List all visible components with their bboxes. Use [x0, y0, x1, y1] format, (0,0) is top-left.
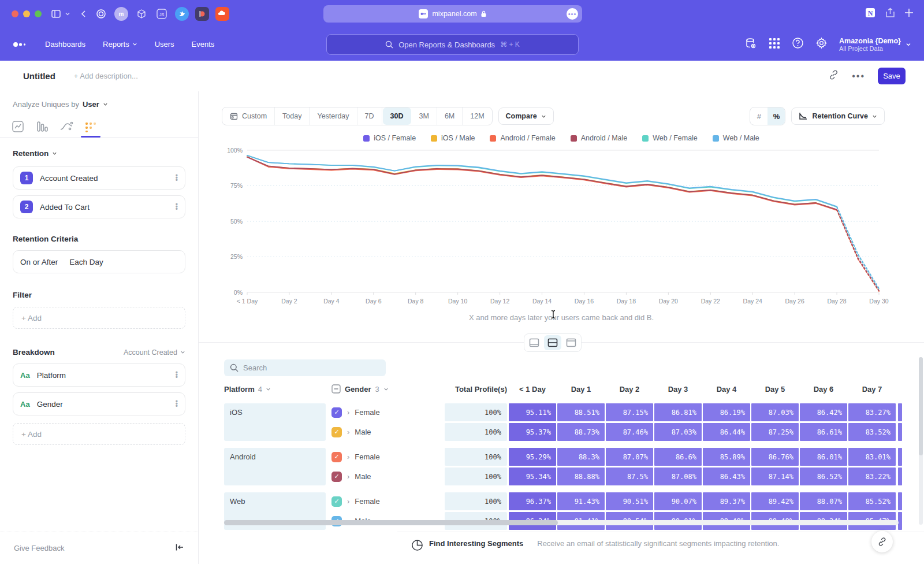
kebab-menu-icon[interactable]: ••• — [176, 400, 178, 407]
close-window-button[interactable] — [12, 10, 18, 17]
retention-value-cell[interactable]: 86.52% — [800, 467, 847, 485]
share-icon[interactable] — [885, 8, 895, 20]
day-column-header[interactable]: Day 1 — [557, 385, 605, 394]
date-range-today[interactable]: Today — [275, 107, 310, 125]
retention-value-cell[interactable]: 87.03% — [751, 403, 799, 421]
series-checkbox[interactable]: ✓ — [331, 407, 342, 418]
date-range-12m[interactable]: 12M — [463, 107, 491, 125]
retention-value-cell[interactable]: 86.76% — [751, 448, 799, 466]
retention-value-cell[interactable]: 95.37% — [509, 423, 556, 441]
day-column-header[interactable]: Day 4 — [703, 385, 750, 394]
chevron-right-icon[interactable]: › — [347, 472, 349, 481]
retention-value-cell[interactable]: 88.88% — [557, 467, 605, 485]
criteria-mode[interactable]: On or After — [20, 258, 58, 266]
retention-step-b[interactable]: 2 Added To Cart ••• — [13, 195, 185, 218]
day-column-header[interactable]: Day 2 — [606, 385, 653, 394]
series-checkbox[interactable]: ✓ — [331, 472, 342, 482]
extension-target-icon[interactable] — [94, 7, 108, 21]
find-segments-title[interactable]: Find Interesting Segments — [429, 539, 523, 548]
retention-value-cell[interactable]: 86.19% — [703, 403, 750, 421]
copy-link-icon[interactable] — [828, 69, 839, 83]
chevron-right-icon[interactable]: › — [347, 452, 349, 461]
total-profiles-header[interactable]: Total Profile(s) — [445, 385, 507, 394]
minimize-window-button[interactable] — [23, 10, 30, 17]
series-checkbox[interactable]: ✓ — [331, 452, 342, 462]
gender-column-header[interactable]: Gender 3 — [331, 384, 441, 394]
retention-section-header[interactable]: Retention — [13, 149, 185, 158]
retention-criteria-card[interactable]: On or After Each Day — [13, 250, 185, 273]
add-breakdown-button[interactable]: + Add — [13, 423, 185, 445]
global-search[interactable]: Open Reports & Dashboards ⌘ + K — [326, 34, 579, 55]
tab-insights[interactable] — [6, 116, 30, 137]
retention-value-cell[interactable]: 87.07% — [606, 448, 653, 466]
retention-value-cell[interactable]: 86.44% — [703, 423, 750, 441]
tab-funnels[interactable] — [30, 116, 54, 137]
retention-value-cell[interactable]: 83.27% — [848, 403, 896, 421]
layout-split-button[interactable] — [544, 335, 561, 350]
retention-value-cell[interactable]: 87.46% — [606, 423, 653, 441]
nav-events[interactable]: Events — [192, 40, 215, 49]
retention-value-cell[interactable]: 88.07% — [800, 492, 847, 510]
retention-value-cell[interactable]: 85.52% — [848, 492, 896, 510]
criteria-interval[interactable]: Each Day — [69, 258, 103, 266]
back-icon[interactable] — [80, 10, 88, 18]
legend-item[interactable]: Android / Male — [571, 134, 628, 142]
nav-dashboards[interactable]: Dashboards — [45, 40, 85, 49]
breakdown-event-selector[interactable]: Account Created — [124, 348, 185, 357]
legend-item[interactable]: Web / Male — [713, 134, 759, 142]
breakdown-property-name[interactable]: Gender — [37, 400, 169, 409]
retention-value-cell[interactable]: 87.5% — [606, 467, 653, 485]
kebab-menu-icon[interactable]: ••• — [176, 175, 178, 181]
nav-reports[interactable]: Reports — [103, 40, 137, 49]
series-checkbox[interactable]: ✓ — [331, 496, 342, 507]
unit-count-button[interactable]: # — [750, 107, 767, 125]
extension-red-app-icon[interactable] — [195, 7, 209, 21]
extension-cube-icon[interactable] — [135, 7, 148, 21]
table-search[interactable]: Search — [224, 359, 386, 376]
day-column-header[interactable]: Day 6 — [800, 385, 847, 394]
share-link-fab[interactable] — [871, 531, 893, 552]
kebab-menu-icon[interactable]: ••• — [176, 203, 178, 210]
analyze-entity[interactable]: User — [83, 100, 99, 109]
extension-m-icon[interactable]: m — [114, 7, 128, 21]
unit-percent-button[interactable]: % — [767, 107, 785, 125]
mixpanel-logo-icon[interactable] — [13, 40, 28, 49]
extension-bird-icon[interactable] — [175, 7, 189, 21]
date-range-6m[interactable]: 6M — [437, 107, 463, 125]
address-bar[interactable]: mixpanel.com ••• — [323, 5, 582, 23]
chevron-right-icon[interactable]: › — [347, 497, 349, 506]
retention-value-cell[interactable]: 87.25% — [751, 423, 799, 441]
retention-value-cell[interactable]: 90.07% — [654, 492, 702, 510]
retention-value-cell[interactable]: 95.29% — [509, 448, 556, 466]
retention-value-cell[interactable]: 88.3% — [557, 448, 605, 466]
day-column-header[interactable]: Day 3 — [654, 385, 702, 394]
retention-value-cell[interactable]: 91.43% — [557, 492, 605, 510]
retention-value-cell[interactable]: 87.14% — [751, 467, 799, 485]
retention-value-cell[interactable]: 96.37% — [509, 492, 556, 510]
indeterminate-checkbox-icon[interactable] — [331, 384, 341, 394]
sidebar-toggle-icon[interactable] — [51, 9, 61, 19]
compare-button[interactable]: Compare — [498, 107, 554, 125]
vertical-scrollbar[interactable] — [919, 357, 923, 525]
legend-item[interactable]: iOS / Female — [363, 134, 416, 142]
retention-value-cell[interactable]: 89.37% — [703, 492, 750, 510]
step-event-name[interactable]: Account Created — [40, 174, 169, 183]
give-feedback-link[interactable]: Give Feedback — [14, 544, 64, 552]
date-range-7d[interactable]: 7D — [357, 107, 382, 125]
settings-gear-icon[interactable] — [815, 37, 828, 51]
step-event-name[interactable]: Added To Cart — [40, 203, 169, 212]
tab-flows[interactable] — [54, 116, 79, 137]
site-options-icon[interactable]: ••• — [567, 8, 578, 20]
retention-value-cell[interactable]: 86.61% — [800, 423, 847, 441]
retention-value-cell[interactable]: 83.22% — [848, 467, 896, 485]
extension-js-icon[interactable]: JS — [155, 7, 169, 21]
retention-value-cell[interactable]: 87.03% — [654, 423, 702, 441]
chevron-right-icon[interactable]: › — [347, 408, 349, 417]
maximize-window-button[interactable] — [35, 10, 42, 17]
vertical-scrollbar-thumb[interactable] — [919, 357, 923, 455]
horizontal-scrollbar[interactable] — [224, 520, 899, 525]
collapse-sidebar-icon[interactable] — [175, 543, 184, 554]
retention-value-cell[interactable]: 83.52% — [848, 423, 896, 441]
horizontal-scrollbar-thumb[interactable] — [224, 520, 558, 525]
save-button[interactable]: Save — [878, 68, 906, 84]
